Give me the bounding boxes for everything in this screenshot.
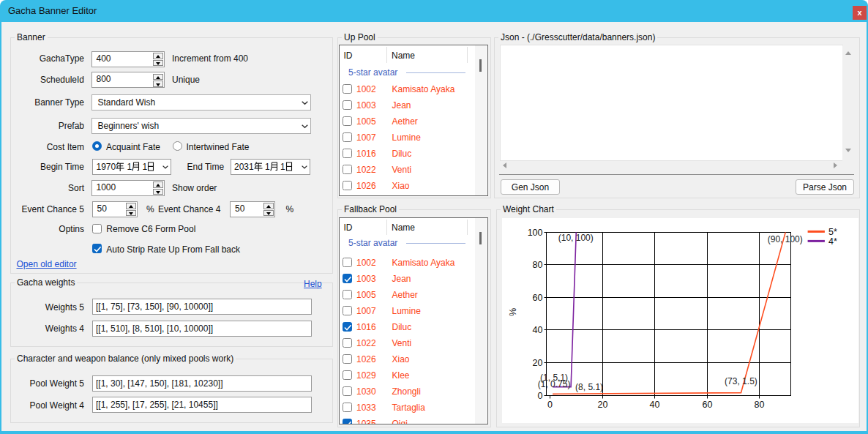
svg-text:80: 80 <box>533 260 543 270</box>
svg-text:20: 20 <box>533 358 543 368</box>
svg-text:5*: 5* <box>828 227 837 237</box>
svg-text:100: 100 <box>528 228 543 238</box>
svg-text:%: % <box>508 308 518 316</box>
svg-text:(8, 5.1): (8, 5.1) <box>575 382 603 392</box>
svg-text:(10, 100): (10, 100) <box>558 233 594 243</box>
svg-text:40: 40 <box>650 400 660 410</box>
svg-text:0: 0 <box>538 391 543 401</box>
svg-text:0: 0 <box>547 400 553 410</box>
svg-text:40: 40 <box>533 325 543 335</box>
svg-text:(73, 1.5): (73, 1.5) <box>725 376 757 386</box>
svg-text:80: 80 <box>755 400 765 410</box>
svg-text:(1, 0.75): (1, 0.75) <box>538 379 571 389</box>
svg-text:60: 60 <box>703 400 713 410</box>
svg-text:60: 60 <box>533 293 543 303</box>
svg-text:(90, 100): (90, 100) <box>768 234 803 244</box>
svg-text:20: 20 <box>598 400 608 410</box>
svg-text:4*: 4* <box>828 236 837 247</box>
